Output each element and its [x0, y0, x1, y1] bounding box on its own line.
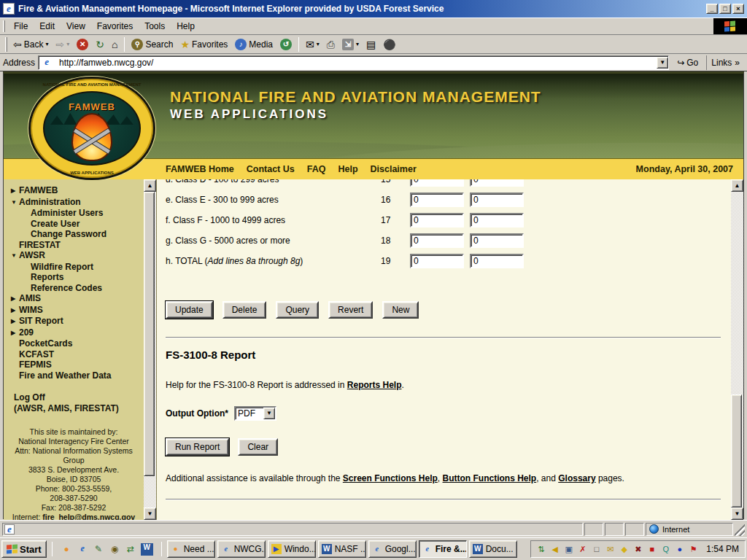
menu-edit[interactable]: Edit: [34, 19, 61, 34]
notes-icon[interactable]: ✉: [605, 544, 616, 555]
expand-arrow-icon[interactable]: ▶: [11, 294, 19, 305]
bluetooth-icon[interactable]: ●: [674, 544, 685, 555]
menu-tools[interactable]: Tools: [139, 19, 171, 34]
scroll-down-icon[interactable]: ▼: [144, 508, 156, 520]
stop-button[interactable]: ✕: [73, 37, 92, 52]
scroll-up-icon[interactable]: ▲: [731, 179, 743, 192]
menu-grip[interactable]: [3, 20, 5, 32]
sidebar-item-sit-report[interactable]: ▶SIT Report: [4, 316, 144, 327]
address-dropdown-icon[interactable]: ▼: [657, 57, 668, 69]
search-button[interactable]: ⚲ Search: [128, 37, 177, 52]
sidebar-item-create-user[interactable]: Create User: [4, 219, 144, 230]
nav-faq[interactable]: FAQ: [307, 164, 326, 174]
scroll-up-icon[interactable]: ▲: [144, 179, 156, 192]
dropdown-arrow-icon[interactable]: ▼: [263, 408, 275, 419]
expand-arrow-icon[interactable]: ▶: [11, 306, 19, 316]
history-button[interactable]: ↺: [276, 37, 295, 52]
toolbar-grip[interactable]: [5, 37, 7, 52]
task-button-windows-media[interactable]: ▶Windo...: [268, 540, 316, 558]
delete-button[interactable]: Delete: [222, 301, 267, 319]
run-report-button[interactable]: Run Report: [166, 438, 229, 456]
task-button-nasf[interactable]: WNASF ...: [318, 540, 366, 558]
acres-field[interactable]: [470, 213, 524, 228]
live-update-icon[interactable]: ⇅: [535, 544, 546, 555]
refresh-button[interactable]: ↻: [92, 38, 108, 51]
nav-contact-us[interactable]: Contact Us: [247, 164, 295, 174]
forward-dropdown-icon[interactable]: ▾: [66, 41, 69, 47]
back-dropdown-icon[interactable]: ▾: [45, 41, 48, 47]
expand-arrow-icon[interactable]: ▶: [11, 316, 19, 327]
content-scrollbar[interactable]: ▲ ▼: [731, 179, 743, 520]
network-computers-icon[interactable]: ▣: [563, 544, 574, 555]
volume-icon[interactable]: ◀: [549, 544, 560, 555]
sidebar-item-firestat[interactable]: FIRESTAT: [4, 240, 144, 251]
count-field[interactable]: [410, 179, 464, 187]
chart-error-icon[interactable]: ✖: [632, 544, 643, 555]
maximize-button[interactable]: □: [719, 4, 731, 14]
edit-button[interactable]: ▤: [363, 38, 379, 51]
menu-favorites[interactable]: Favorites: [91, 19, 139, 34]
log-off-link[interactable]: Log Off: [14, 392, 144, 403]
home-button[interactable]: ⌂: [108, 38, 121, 51]
count-field[interactable]: [410, 192, 464, 207]
fullscreen-button[interactable]: ⇲▾: [338, 37, 363, 52]
display-icon[interactable]: □: [591, 544, 602, 555]
sidebar-item-reference-codes[interactable]: Reference Codes: [4, 283, 144, 294]
media-button[interactable]: ♪ Media: [231, 37, 276, 52]
sidebar-item-fire-weather-data[interactable]: Fire and Weather Data: [4, 370, 144, 381]
mail-button[interactable]: ✉▾: [302, 38, 323, 51]
expand-arrow-icon[interactable]: ▶: [11, 328, 19, 339]
editor-quicklaunch-icon[interactable]: ✎: [93, 543, 105, 556]
sidebar-item-209[interactable]: ▶209: [4, 327, 144, 339]
task-button-need[interactable]: ●Need ...: [167, 540, 215, 558]
count-field[interactable]: [410, 233, 464, 248]
flag-icon[interactable]: ⚑: [688, 544, 699, 555]
task-button-nwcg[interactable]: eNWCG...: [217, 540, 266, 558]
sidebar-item-administration[interactable]: ▼Administration: [4, 197, 144, 209]
content-scroll-track[interactable]: [731, 192, 743, 508]
tivoli-icon[interactable]: ■: [646, 544, 657, 555]
content-scroll-thumb[interactable]: [731, 394, 742, 508]
sidebar-item-change-password[interactable]: Change Password: [4, 229, 144, 240]
sidebar-item-kcfast[interactable]: KCFAST: [4, 349, 144, 360]
go-button[interactable]: ↪ Go: [672, 55, 703, 70]
ie-quicklaunch-icon[interactable]: e: [77, 543, 89, 556]
menu-file[interactable]: File: [8, 19, 34, 34]
collapse-arrow-icon[interactable]: ▼: [11, 198, 19, 209]
sidebar-item-amis[interactable]: ▶AMIS: [4, 293, 144, 305]
start-button[interactable]: Start: [1, 540, 47, 558]
nav-help[interactable]: Help: [338, 164, 357, 174]
links-toolbar[interactable]: Links »: [706, 55, 744, 70]
acres-field[interactable]: [470, 233, 524, 248]
new-button[interactable]: New: [382, 301, 419, 319]
menu-view[interactable]: View: [61, 19, 91, 34]
task-button-google[interactable]: eGoogl...: [368, 540, 417, 558]
resize-grip[interactable]: [735, 523, 745, 536]
sidebar-item-wims[interactable]: ▶WIMS: [4, 305, 144, 316]
task-button-document[interactable]: WDocu...: [469, 540, 517, 558]
output-option-select[interactable]: PDF ▼: [234, 406, 276, 421]
sidebar-item-pocketcards[interactable]: PocketCards: [4, 338, 144, 349]
sidebar-item-fepmis[interactable]: FEPMIS: [4, 359, 144, 370]
count-field[interactable]: [410, 213, 464, 228]
screen-functions-help-link[interactable]: Screen Functions Help: [343, 473, 438, 483]
sidebar-scrollbar[interactable]: ▲ ▼: [144, 179, 156, 520]
print-button[interactable]: ⎙: [323, 38, 338, 51]
nav-disclaimer[interactable]: Disclaimer: [371, 164, 417, 174]
sidebar-item-administer-users[interactable]: Administer Users: [4, 208, 144, 219]
scroll-down-icon[interactable]: ▼: [731, 508, 743, 520]
clear-button[interactable]: Clear: [238, 438, 278, 456]
glossary-link[interactable]: Glossary: [558, 473, 595, 483]
sidebar-scroll-track[interactable]: [144, 192, 156, 508]
favorites-button[interactable]: ★ Favorites: [177, 38, 231, 51]
update-button[interactable]: Update: [166, 301, 213, 319]
sidebar-item-reports[interactable]: Reports: [4, 272, 144, 283]
collapse-arrow-icon[interactable]: ▼: [11, 251, 19, 262]
diamond-icon[interactable]: ◆: [619, 544, 630, 555]
famweb-quicklaunch-icon[interactable]: ●: [61, 543, 73, 556]
search-quicklaunch-icon[interactable]: ◉: [109, 543, 121, 556]
count-field[interactable]: [410, 254, 464, 268]
sync-quicklaunch-icon[interactable]: ⇄: [125, 543, 137, 556]
acres-field[interactable]: [470, 254, 524, 268]
swirl-icon[interactable]: Q: [660, 544, 671, 555]
